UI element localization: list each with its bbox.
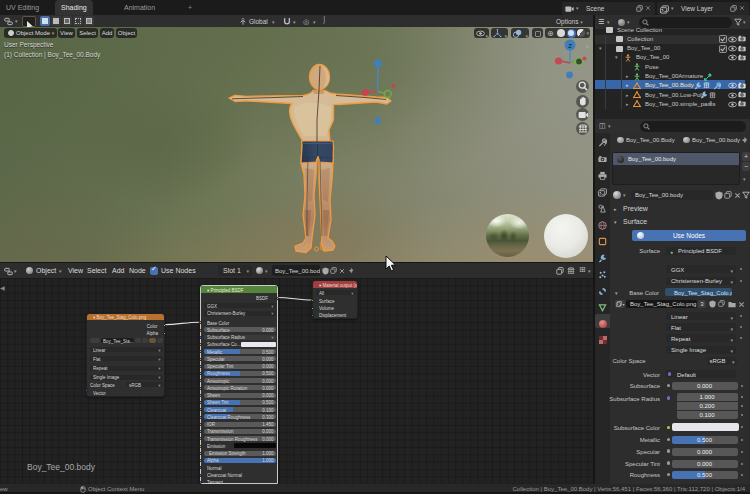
svg-text:Z: Z bbox=[568, 43, 572, 49]
